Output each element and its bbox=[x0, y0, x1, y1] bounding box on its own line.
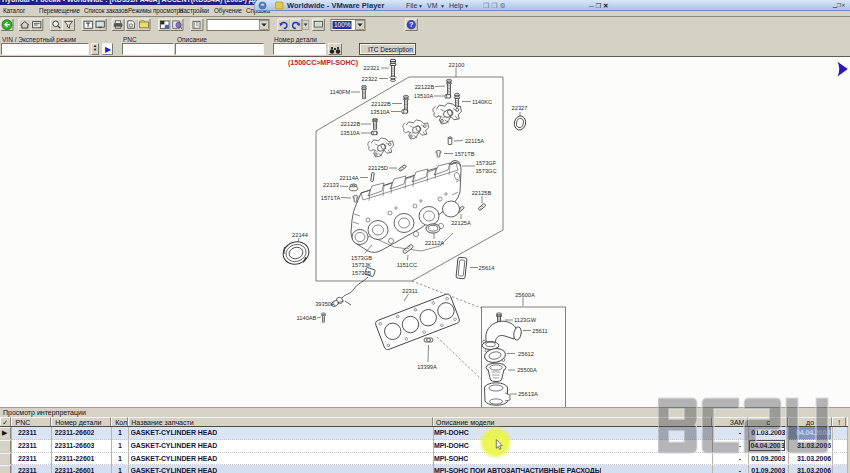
svg-text:22125D: 22125D bbox=[368, 165, 388, 171]
svg-text:1151CC: 1151CC bbox=[397, 262, 417, 268]
svg-text:13510A: 13510A bbox=[414, 93, 434, 99]
svg-text:22322: 22322 bbox=[362, 76, 378, 82]
svg-text:1573JK: 1573JK bbox=[352, 262, 371, 268]
svg-text:22112A: 22112A bbox=[425, 240, 444, 246]
svg-text:25611: 25611 bbox=[532, 328, 547, 334]
svg-text:22144: 22144 bbox=[292, 232, 308, 238]
svg-text:22125B: 22125B bbox=[472, 190, 492, 196]
svg-text:1571TA: 1571TA bbox=[321, 195, 341, 201]
svg-text:1573GB: 1573GB bbox=[351, 255, 372, 261]
svg-text:25612: 25612 bbox=[518, 351, 534, 357]
svg-text:1571TB: 1571TB bbox=[455, 151, 475, 157]
svg-text:1573JB: 1573JB bbox=[352, 270, 371, 276]
svg-text:22100: 22100 bbox=[449, 62, 465, 68]
svg-text:22122B: 22122B bbox=[415, 84, 435, 90]
svg-text:25500A: 25500A bbox=[517, 367, 537, 373]
svg-text:22114A: 22114A bbox=[339, 175, 358, 181]
svg-text:25600A: 25600A bbox=[515, 292, 535, 298]
svg-text:39350A: 39350A bbox=[315, 301, 335, 307]
svg-text:13510A: 13510A bbox=[340, 130, 360, 136]
svg-text:25613A: 25613A bbox=[518, 391, 538, 397]
svg-text:22122B: 22122B bbox=[341, 121, 361, 127]
svg-text:13399A: 13399A bbox=[417, 364, 437, 370]
svg-text:1140FM: 1140FM bbox=[330, 89, 351, 95]
svg-text:(1500CC>MPI-SOHC): (1500CC>MPI-SOHC) bbox=[288, 58, 358, 67]
svg-text:22125A: 22125A bbox=[451, 220, 471, 226]
svg-text:1573GF: 1573GF bbox=[476, 160, 497, 166]
svg-text:13510A: 13510A bbox=[370, 109, 390, 115]
svg-text:?: ? bbox=[409, 20, 414, 29]
svg-text:1123GW: 1123GW bbox=[514, 317, 537, 323]
svg-text:1573GC: 1573GC bbox=[475, 168, 496, 174]
svg-text:22321: 22321 bbox=[364, 65, 380, 71]
svg-text:22115A: 22115A bbox=[465, 138, 484, 144]
svg-text:25614: 25614 bbox=[479, 265, 495, 271]
svg-text:22133: 22133 bbox=[323, 182, 339, 188]
svg-text:100%: 100% bbox=[334, 21, 351, 28]
svg-text:1140KC: 1140KC bbox=[472, 99, 492, 105]
svg-text:22122B: 22122B bbox=[371, 101, 391, 107]
svg-text:22311: 22311 bbox=[402, 288, 417, 294]
svg-text:22327: 22327 bbox=[512, 105, 528, 111]
svg-text:1140AB: 1140AB bbox=[297, 315, 317, 321]
